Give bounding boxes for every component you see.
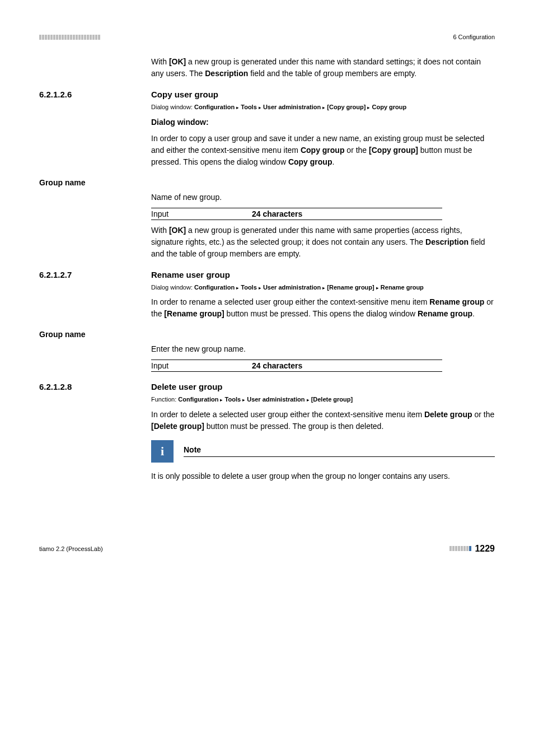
section-number-rename: 6.2.1.2.7 (39, 270, 151, 279)
footer-product-label: tiamo 2.2 (ProcessLab) (39, 545, 103, 552)
input-spec-row: Input 24 characters (151, 360, 442, 372)
input-value: 24 characters (252, 209, 302, 218)
dialog-window-label: Dialog window: (151, 118, 209, 127)
intro-paragraph: With [OK] a new group is generated under… (151, 56, 495, 80)
section-number-copy: 6.2.1.2.6 (39, 90, 151, 99)
delete-paragraph: In order to delete a selected user group… (151, 409, 495, 432)
section-number-delete: 6.2.1.2.8 (39, 382, 151, 391)
breadcrumb: Function: Configuration ▸ Tools ▸ User a… (151, 395, 495, 404)
group-name-label: Group name (39, 330, 495, 339)
section-heading-delete: Delete user group (151, 382, 223, 391)
copy-after-paragraph: With [OK] a new group is generated under… (151, 225, 495, 260)
copy-paragraph: In order to copy a user group and save i… (151, 133, 495, 168)
info-icon: i (151, 440, 174, 463)
note-heading: Note (184, 445, 495, 457)
group-name-desc-rename: Enter the new group name. (151, 343, 495, 355)
section-heading-copy: Copy user group (151, 90, 218, 99)
note-text: It is only possible to delete a user gro… (151, 470, 495, 482)
page-footer: tiamo 2.2 (ProcessLab) 1229 (39, 544, 495, 554)
group-name-label: Group name (39, 178, 495, 187)
input-spec-row: Input 24 characters (151, 208, 442, 220)
header-chapter-label: 6 Configuration (453, 34, 495, 40)
input-value: 24 characters (252, 361, 302, 370)
header-decor-bars (39, 35, 100, 40)
page-number: 1229 (475, 544, 495, 554)
section-heading-rename: Rename user group (151, 270, 230, 279)
footer-decor-bars (449, 546, 471, 551)
rename-paragraph: In order to rename a selected user group… (151, 296, 495, 320)
input-label: Input (151, 361, 252, 370)
breadcrumb: Dialog window: Configuration ▸ Tools ▸ U… (151, 283, 495, 292)
input-label: Input (151, 209, 252, 218)
breadcrumb: Dialog window: Configuration ▸ Tools ▸ U… (151, 102, 495, 112)
page-header: 6 Configuration (39, 34, 495, 40)
group-name-desc: Name of new group. (151, 192, 495, 203)
